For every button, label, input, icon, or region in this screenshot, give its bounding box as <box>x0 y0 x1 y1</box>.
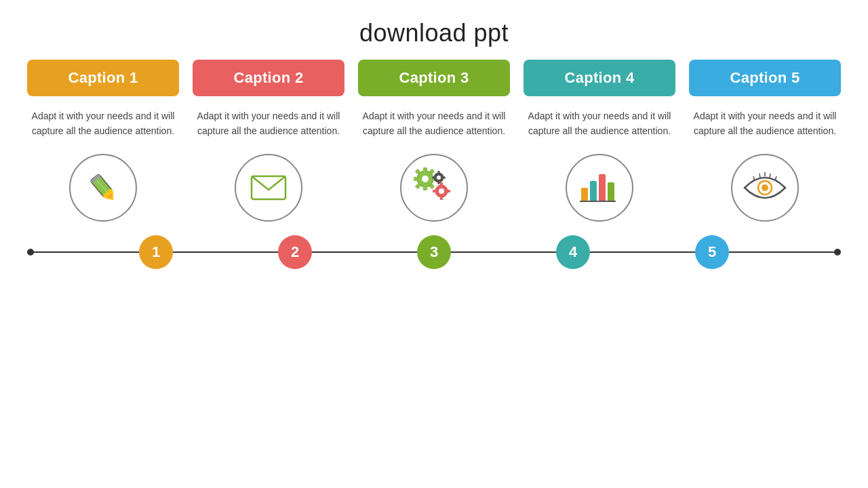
timeline-end-dot <box>834 249 841 256</box>
timeline-number-2: 2 <box>291 243 299 261</box>
icon-row <box>27 154 841 222</box>
svg-point-24 <box>437 176 441 180</box>
envelope-icon <box>248 171 289 205</box>
main-content: Caption 1 Caption 2 Caption 3 Caption 4 … <box>27 60 841 269</box>
chart-icon <box>578 167 622 208</box>
svg-point-18 <box>439 188 444 194</box>
caption-box-2: Caption 2 <box>193 60 344 96</box>
description-row: Adapt it with your needs and it will cap… <box>27 108 841 139</box>
icon-ring-1 <box>69 154 137 222</box>
caption-box-1: Caption 1 <box>27 60 179 96</box>
icon-circle-5 <box>689 154 841 222</box>
svg-rect-20 <box>440 197 443 200</box>
svg-rect-30 <box>590 181 597 201</box>
desc-text-3: Adapt it with your needs and it will cap… <box>363 110 506 136</box>
caption-row: Caption 1 Caption 2 Caption 3 Caption 4 … <box>27 60 841 96</box>
svg-point-8 <box>422 176 429 182</box>
desc-text-1: Adapt it with your needs and it will cap… <box>32 110 175 136</box>
timeline-num-1: 1 <box>139 235 173 269</box>
desc-3: Adapt it with your needs and it will cap… <box>358 108 510 139</box>
desc-1: Adapt it with your needs and it will cap… <box>27 108 179 139</box>
svg-rect-10 <box>423 186 427 190</box>
svg-point-35 <box>762 184 768 191</box>
caption-label-3: Caption 3 <box>399 69 469 86</box>
timeline-start-dot <box>27 249 34 256</box>
eye-icon <box>741 171 789 205</box>
svg-line-36 <box>753 176 755 180</box>
pencil-icon <box>83 167 123 208</box>
svg-rect-29 <box>581 188 588 201</box>
caption-box-5: Caption 5 <box>689 60 841 96</box>
icon-circle-1 <box>27 154 179 222</box>
desc-text-2: Adapt it with your needs and it will cap… <box>197 110 340 136</box>
desc-5: Adapt it with your needs and it will cap… <box>689 108 841 139</box>
gears-icon <box>410 165 458 209</box>
svg-rect-32 <box>608 182 614 201</box>
svg-rect-26 <box>438 182 440 184</box>
svg-rect-28 <box>432 177 435 179</box>
svg-rect-31 <box>599 174 606 201</box>
desc-4: Adapt it with your needs and it will cap… <box>524 108 675 139</box>
icon-ring-5 <box>731 154 799 222</box>
caption-label-4: Caption 4 <box>565 69 635 86</box>
svg-rect-22 <box>433 190 436 192</box>
desc-text-4: Adapt it with your needs and it will cap… <box>528 110 671 136</box>
page-title: download ppt <box>359 19 509 47</box>
icon-circle-2 <box>193 154 344 222</box>
svg-rect-27 <box>443 177 446 179</box>
caption-label-1: Caption 1 <box>68 69 138 86</box>
svg-rect-9 <box>423 167 427 171</box>
caption-label-5: Caption 5 <box>730 69 800 86</box>
caption-box-4: Caption 4 <box>524 60 675 96</box>
svg-line-40 <box>775 176 776 180</box>
icon-circle-4 <box>524 154 675 222</box>
svg-line-39 <box>770 174 770 178</box>
timeline-num-2: 2 <box>278 235 312 269</box>
svg-rect-19 <box>440 182 443 186</box>
timeline-num-5: 5 <box>695 235 729 269</box>
caption-box-3: Caption 3 <box>358 60 510 96</box>
timeline-dots: 1 2 3 4 5 <box>27 235 841 269</box>
icon-ring-4 <box>566 154 633 222</box>
timeline-row: 1 2 3 4 5 <box>27 235 841 269</box>
svg-rect-21 <box>447 190 450 192</box>
timeline-num-4: 4 <box>556 235 590 269</box>
timeline-number-4: 4 <box>569 243 577 261</box>
icon-circle-3 <box>358 154 510 222</box>
icon-ring-3 <box>400 154 468 222</box>
timeline-number-3: 3 <box>430 243 438 261</box>
desc-2: Adapt it with your needs and it will cap… <box>193 108 344 139</box>
svg-rect-12 <box>414 177 418 181</box>
desc-text-5: Adapt it with your needs and it will cap… <box>694 110 837 136</box>
svg-rect-25 <box>438 171 440 174</box>
timeline-number-5: 5 <box>708 243 716 261</box>
caption-label-2: Caption 2 <box>234 69 304 86</box>
timeline-num-3: 3 <box>417 235 451 269</box>
svg-line-37 <box>760 174 760 178</box>
icon-ring-2 <box>235 154 302 222</box>
timeline-number-1: 1 <box>152 243 160 261</box>
